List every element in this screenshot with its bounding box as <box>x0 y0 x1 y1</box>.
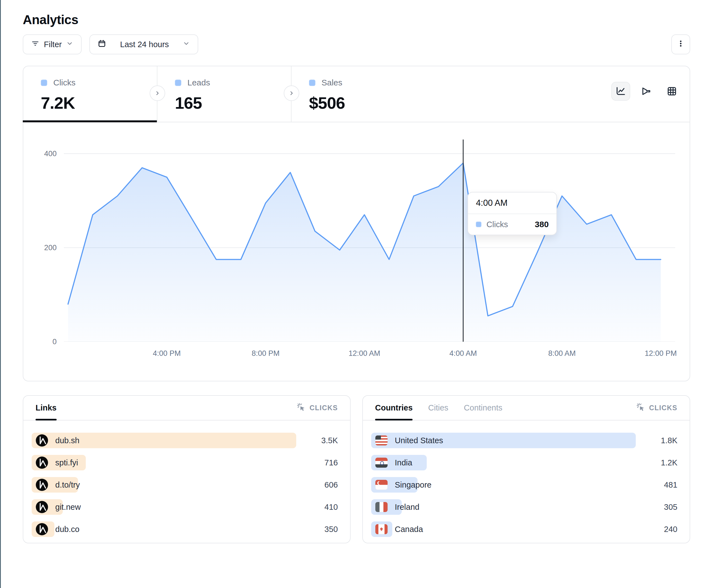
analytics-page: Analytics Filter Last 24 hou <box>23 0 690 543</box>
list-item[interactable]: dub.sh3.5K <box>31 433 338 448</box>
x-axis-tick: 8:00 AM <box>548 349 576 358</box>
date-range-label: Last 24 hours <box>110 40 178 49</box>
kebab-menu-icon <box>677 40 685 49</box>
tab-links[interactable]: Links <box>36 396 57 420</box>
clicks-area-chart[interactable]: 0200400 4:00 PM8:00 PM12:00 AM4:00 AM8:0… <box>23 122 690 381</box>
list-item[interactable]: Ireland305 <box>371 499 677 515</box>
item-value: 305 <box>636 502 677 512</box>
stat-label: Sales <box>322 78 342 87</box>
leads-legend-square <box>175 80 181 86</box>
item-value: 716 <box>296 458 338 467</box>
expand-clicks-button[interactable] <box>150 86 165 101</box>
toolbar: Filter Last 24 hours <box>23 35 690 54</box>
chart-view-toggles <box>611 82 681 101</box>
links-panel: Links CLICKS dub.sh3.5Kspti.fyi716d.to/t… <box>23 395 351 543</box>
stats-tabs-row: Clicks 7.2K Leads 165 Sales $506 <box>23 66 690 122</box>
funnel-chart-icon <box>641 86 652 97</box>
tooltip-legend-square <box>476 222 481 227</box>
chart-tooltip: 4:00 AM Clicks 380 <box>468 192 557 235</box>
chevron-down-icon <box>66 40 73 49</box>
chart-plot[interactable] <box>64 139 675 342</box>
in-flag-icon <box>375 458 388 468</box>
sg-flag-icon <box>375 480 388 490</box>
list-item[interactable]: spti.fyi716 <box>31 455 338 470</box>
dub-logo-icon <box>36 523 48 535</box>
x-axis-tick: 12:00 PM <box>645 349 677 358</box>
list-item[interactable]: dub.co350 <box>31 521 338 537</box>
chevron-down-icon <box>183 40 190 49</box>
ie-flag-icon <box>375 502 388 512</box>
us-flag-icon <box>375 435 388 446</box>
tooltip-time: 4:00 AM <box>468 193 556 214</box>
clicks-legend-square <box>41 80 47 86</box>
item-value: 3.5K <box>296 436 338 445</box>
filter-button[interactable]: Filter <box>23 35 82 54</box>
more-options-button[interactable] <box>671 35 690 54</box>
window-edge-accent <box>0 0 1 588</box>
stat-tab-leads[interactable]: Leads 165 <box>157 66 292 122</box>
page-title: Analytics <box>23 12 690 27</box>
y-axis-tick: 400 <box>23 150 57 158</box>
stat-value: $506 <box>309 93 426 113</box>
stat-tab-sales[interactable]: Sales $506 <box>292 66 426 122</box>
x-axis-tick: 8:00 PM <box>252 349 280 358</box>
item-value: 481 <box>636 480 677 490</box>
countries-panel: Countries Cities Continents CLICKS Unite… <box>362 395 690 543</box>
analytics-card: Clicks 7.2K Leads 165 Sales $506 <box>23 66 690 381</box>
funnel-chart-toggle-button[interactable] <box>637 82 656 101</box>
countries-metric-selector[interactable]: CLICKS <box>636 396 677 420</box>
item-label: dub.sh <box>55 436 80 445</box>
links-list: dub.sh3.5Kspti.fyi716d.to/try606git.new4… <box>23 421 350 537</box>
list-item[interactable]: Singapore481 <box>371 477 677 493</box>
item-label: spti.fyi <box>55 458 78 467</box>
stat-label: Leads <box>187 78 210 87</box>
links-panel-header: Links CLICKS <box>23 396 350 421</box>
countries-list: United States1.8KIndia1.2KSingapore481Ir… <box>363 421 690 537</box>
item-value: 240 <box>636 525 677 534</box>
list-item[interactable]: git.new410 <box>31 499 338 515</box>
cursor-click-icon <box>636 403 645 413</box>
item-value: 606 <box>296 480 338 490</box>
table-view-toggle-button[interactable] <box>663 82 681 101</box>
x-axis-tick: 4:00 AM <box>450 349 477 358</box>
expand-leads-button[interactable] <box>284 86 299 101</box>
filter-button-label: Filter <box>44 40 62 49</box>
tab-countries[interactable]: Countries <box>375 396 413 420</box>
item-label: Singapore <box>395 480 431 490</box>
dub-logo-icon <box>36 434 48 447</box>
active-tab-underline <box>23 120 157 122</box>
links-metric-selector[interactable]: CLICKS <box>297 396 338 420</box>
list-item[interactable]: United States1.8K <box>371 433 677 448</box>
dub-logo-icon <box>36 479 48 491</box>
metric-label: CLICKS <box>309 404 338 412</box>
list-item[interactable]: Canada240 <box>371 521 677 537</box>
item-label: Canada <box>395 525 423 534</box>
chevron-right-icon <box>288 90 295 96</box>
y-axis-tick: 200 <box>23 244 57 252</box>
ca-flag-icon <box>375 524 388 534</box>
date-range-button[interactable]: Last 24 hours <box>89 35 198 54</box>
calendar-icon <box>98 39 106 50</box>
sales-legend-square <box>309 80 316 86</box>
item-value: 1.8K <box>636 436 677 445</box>
countries-panel-header: Countries Cities Continents CLICKS <box>363 396 690 421</box>
stat-label: Clicks <box>53 78 76 87</box>
dub-logo-icon <box>36 501 48 513</box>
chevron-right-icon <box>154 90 161 96</box>
stat-tab-clicks[interactable]: Clicks 7.2K <box>23 66 157 122</box>
item-label: d.to/try <box>55 480 80 490</box>
list-item[interactable]: d.to/try606 <box>31 477 338 493</box>
line-chart-icon <box>615 86 626 97</box>
list-item[interactable]: India1.2K <box>371 455 677 470</box>
item-label: United States <box>395 436 443 445</box>
item-label: git.new <box>55 502 81 512</box>
line-chart-toggle-button[interactable] <box>611 82 630 101</box>
item-label: India <box>395 458 412 467</box>
metric-label: CLICKS <box>649 404 677 412</box>
tab-continents[interactable]: Continents <box>464 396 502 420</box>
cursor-click-icon <box>297 403 306 413</box>
item-value: 1.2K <box>636 458 677 467</box>
tab-cities[interactable]: Cities <box>428 396 448 420</box>
x-axis-tick: 12:00 AM <box>348 349 380 358</box>
dub-logo-icon <box>36 456 48 469</box>
